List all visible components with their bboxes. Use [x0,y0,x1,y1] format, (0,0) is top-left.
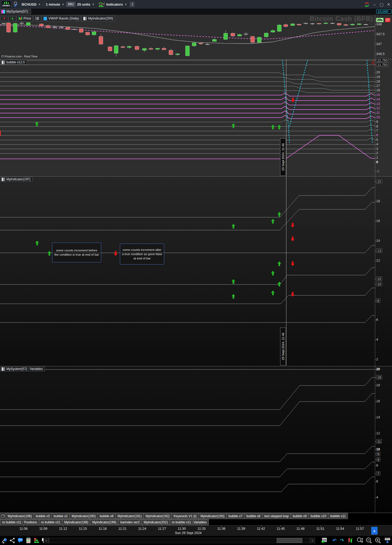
indicator-color-icon [2,61,5,64]
zoom-out-button[interactable] [365,537,372,544]
close-button[interactable]: ✕ [386,2,391,7]
legend-price[interactable]: Price [17,16,33,21]
price-axis-label: 347 [376,42,382,46]
indicator-tab[interactable]: bubble v8 [245,513,262,519]
time-tick [202,525,202,527]
indicators-menu[interactable]: Indicators▼ [96,0,129,9]
dock-panel-button[interactable] [384,537,391,544]
symbol-selector[interactable]: BCHUSD▼ [20,0,43,9]
scroll-right-button[interactable]: › [310,538,315,543]
time-label: 11:15 [75,527,91,531]
time-label: 11:54 [332,527,348,531]
green-up-arrow-icon [10,17,14,20]
ind197-panel-title[interactable]: MyIndicator(197) [1,177,33,182]
indicator-tab[interactable]: re bubble v11 : Positions [0,519,39,525]
draw-tool-button[interactable] [1,537,8,544]
list-settings-button[interactable] [33,16,41,21]
time-tick [360,525,360,527]
indicator-tab[interactable]: MyIndicator(193) [199,513,227,519]
vars-panel-title[interactable]: MySystem(57) : Variables [1,367,45,371]
forward-button[interactable]: » [371,527,378,535]
sell-marker-button[interactable] [1,16,8,21]
legend-vwap[interactable]: VWAP Bands (Daily) [42,16,81,21]
list-icon [35,17,39,20]
bubble-panel [0,59,392,176]
vars-axis-label: 7 [376,471,380,476]
zoom-in-button[interactable] [374,537,381,544]
indicator-color-icon [2,178,5,181]
redo-button[interactable]: ↷ [339,537,346,544]
bubble-panel-title[interactable]: bubble v12.0 [1,60,27,65]
ind197-axis-label: 4 [376,337,378,342]
share-button[interactable] [9,537,16,544]
ind197-axis-label: 8 [376,298,380,303]
price-axis-label: 347.5 [376,32,385,36]
indicator-tab[interactable]: MyIndicator(198) [62,519,90,525]
indicator-tab[interactable]: Keywords V1 (t) [172,513,198,519]
adjust-bars-button[interactable] [347,537,354,544]
window-controls: – ▢ ✕ [364,0,391,9]
indicator-curves-icon [98,1,105,7]
calendar-history-button[interactable] [320,537,327,544]
bubble-axis-label: 6 [376,133,378,137]
indicator-tab[interactable]: bubble v11 [328,513,348,519]
indicator-tab[interactable]: bubble v9 [291,513,309,519]
info-button[interactable]: i [130,2,134,7]
indicator-tab[interactable]: MyIndicator(190) [70,513,98,519]
divider [43,1,44,7]
bricks-chart-button[interactable] [33,537,40,544]
vars-axis-label: 14 [376,415,380,419]
indicator-tab[interactable]: bubble v7 [227,513,245,519]
legend-vwap-label: VWAP Bands (Daily) [48,17,79,20]
indicator-tab[interactable]: MyIndicator(199) [90,519,118,525]
indicator-tab[interactable]: re bubble v11 : Variables [170,519,209,525]
indicator-tab[interactable]: MyIndicator(191) [116,513,144,519]
restore-windows-icon[interactable] [0,513,6,519]
zoom-vertical-button[interactable] [356,537,363,544]
ind197-axis-label: 13 [376,248,382,253]
annotation-note-1: some counts increment before the conditi… [52,243,101,262]
chevron-down-icon: ▼ [92,3,95,6]
time-tick [103,525,103,527]
bars-count-button[interactable]: 25U [66,2,75,7]
indicator-tab[interactable]: bubble v3 [34,513,52,519]
indicator-tab[interactable]: MyIndicator(202) [142,519,170,525]
top-toolbar: DEMO BCHUSD▼ 1 minute▼ 25U 25 units▼ Ind… [0,0,392,9]
indicator-tab[interactable]: MyIndicator(192) [144,513,172,519]
bubble-axis-label: 17 [376,84,380,88]
scroll-thumb[interactable] [277,538,302,543]
time-label: 11:51 [312,527,328,531]
price-axis-label: 348 [376,22,382,26]
vars-axis-label: 9 [376,452,380,456]
undo-button[interactable]: ↶ [331,537,338,544]
maximize-button[interactable]: ▢ [379,2,384,7]
indicator-tab[interactable]: bubble v10 [309,513,328,519]
indicator-tab[interactable]: re bubble v11 [39,519,62,525]
chat-button[interactable] [17,537,24,544]
scroll-track[interactable] [49,538,309,543]
tab-mysystem[interactable]: MySystem(57) [0,9,31,14]
bubble-axis-label: 1 [376,155,378,160]
buy-marker-button[interactable] [9,16,16,21]
indicator-tab[interactable]: test stepped loop [262,513,291,519]
units-selector[interactable]: 25 units▼ [75,0,96,9]
timeframe-selector[interactable]: 1 minute▼ [44,0,66,9]
time-tick [83,525,83,527]
units-label: 25 units [77,2,90,6]
indicator-tab[interactable]: bubble v2 [52,513,70,519]
indicator-tab[interactable]: bubble v6 [98,513,116,519]
ind197-title-label: MyIndicator(197) [6,177,30,181]
pin-tool[interactable] [11,0,20,9]
minimize-button[interactable]: – [372,2,377,7]
time-label: 11:24 [134,527,150,531]
indicator-tab[interactable]: MyIndicator(196) [6,513,34,519]
indicator-tab[interactable]: barindex ver2 [118,519,142,525]
demo-label: DEMO [2,4,10,7]
refresh-icon[interactable] [364,1,370,8]
legend-ind200[interactable]: MyIndicator(200) [81,16,115,21]
demo-badge: DEMO [1,1,11,8]
news-button[interactable] [25,537,32,544]
time-tick [123,525,123,527]
scroll-left-button[interactable]: ‹ [44,538,49,543]
vars-axis-label: 10 [376,447,380,451]
